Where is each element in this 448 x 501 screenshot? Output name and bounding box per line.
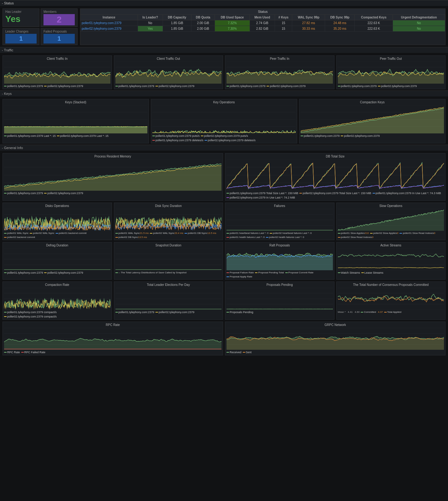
table-row: No: [393, 26, 445, 32]
has-leader-label: Has Leader: [5, 10, 37, 13]
compaction-rate-canvas: [4, 288, 110, 310]
col-db-used-space: DB Used Space: [215, 15, 250, 20]
raft-legend: Proposal Failure Rate Proposal Pending T…: [227, 271, 333, 278]
db-total-size-title: DB Total Size: [227, 155, 444, 158]
db-size-legend: poller01.tylephony.com:2379 Total Size L…: [227, 192, 444, 199]
disk-sync-chart: Disk Sync Duration poller01 WAL fsync21.…: [114, 203, 223, 240]
col-mem-used: Mem Used: [250, 15, 275, 20]
key-operations-canvas: [152, 105, 296, 133]
keys-charts: Keys (Stacked) poller01.tylephony.com:23…: [3, 99, 445, 143]
db-total-size-canvas: [227, 159, 444, 191]
keys-stacked-legend: poller01.tylephony.com:2379 Last *: 15 p…: [4, 134, 147, 137]
col-keys: # Keys: [275, 15, 292, 20]
rpc-legend: RPC Rate RPC Failed Rate: [4, 351, 221, 354]
table-row: 7.32%: [215, 20, 250, 26]
proposals-pending-chart: Proposals Pending Proposals Pending: [225, 281, 334, 320]
general-row3: Defrag Duration poller01.tylephony.com:2…: [3, 242, 445, 280]
snapshot-canvas: [115, 248, 222, 270]
compaction-keys-canvas: [301, 105, 444, 133]
disk-sync-legend: poller01 WAL fsync21.5 ms poller02 WAL f…: [115, 232, 222, 239]
active-streams-title: Active Streams: [338, 244, 444, 247]
peer-traffic-in-title: Peer Traffic In: [227, 57, 333, 60]
slow-ops-title: Slow Operations: [338, 204, 444, 208]
slow-ops-canvas: [338, 209, 444, 231]
consensus-canvas: [338, 288, 444, 310]
members-label: Members: [43, 10, 75, 13]
rpc-rate-chart: RPC Rate RPC Rate RPC Failed Rate: [3, 322, 223, 355]
table-row: poller01.tylephony.com:2379: [80, 20, 138, 26]
elections-legend: poller01.tylephony.com:2379 poller02.tyl…: [115, 311, 222, 314]
status-section-header: - Status: [0, 0, 448, 6]
table-row: 24.48 ms: [325, 20, 355, 26]
process-memory-chart: Process Resident Memory poller01.tylepho…: [3, 153, 223, 201]
active-streams-canvas: [338, 248, 444, 270]
consensus-proposals-chart: The Total Number of Consensus Proposals …: [336, 281, 446, 320]
table-row: 1.85 GiB: [163, 26, 191, 32]
client-traffic-in-canvas: [4, 62, 110, 84]
table-row: poller02.tylephony.com:2379: [80, 26, 138, 32]
col-compacted-keys: Compacted Keys: [355, 15, 393, 20]
rpc-rate-title: RPC Rate: [4, 323, 221, 327]
general-row2: Disks Operations poller01 WAL fsync poll…: [3, 203, 445, 240]
col-db-sync: DB Sync 99p: [325, 15, 355, 20]
table-row: 1.85 GiB: [163, 20, 191, 26]
peer-traffic-in-canvas: [227, 62, 333, 84]
keys-stacked-chart: Keys (Stacked) poller01.tylephony.com:23…: [3, 99, 149, 143]
snapshot-title: Snapshot Duration: [115, 244, 222, 247]
table-row: 30.33 ms: [292, 26, 325, 32]
streams-legend: Watch Streams Lease Streams: [338, 271, 444, 274]
slow-ops-legend: poller01 Slow Applies210 poller02 Slow A…: [338, 232, 444, 239]
leader-elections-chart: Total Leader Elections Per Day poller01.…: [114, 281, 223, 320]
col-wal-sync: WAL Sync 99p: [292, 15, 325, 20]
status-table: Instance Is Leader? DB Capacity DB Quota…: [80, 15, 445, 32]
raft-proposals-chart: Raft Proposals Proposal Failure Rate Pro…: [225, 242, 334, 280]
rpc-rate-canvas: [4, 328, 221, 350]
members-box: Members 2: [41, 8, 78, 27]
col-instance: Instance: [80, 15, 138, 20]
proc-mem-legend: poller01.tylephony.com:2379 poller02.tyl…: [4, 192, 221, 195]
peer-out-legend: poller01.tylephony.com:2379 poller02.tyl…: [338, 85, 444, 88]
key-ops-legend: poller01.tylephony.com:2379 puts/s polle…: [152, 134, 296, 142]
proposals-pending-title: Proposals Pending: [227, 283, 333, 287]
failures-title: Failures: [227, 204, 333, 208]
compaction-keys-title: Compaction Keys: [301, 101, 444, 104]
table-row: No: [138, 20, 163, 26]
table-row: 35.20 ms: [325, 26, 355, 32]
disk-ops-legend: poller01 WAL fsync poller02 WAL fsync po…: [4, 232, 110, 239]
failures-chart: Failures poller01 heartbeat failures Las…: [225, 203, 334, 240]
members-value: 2: [43, 14, 75, 25]
traffic-charts: Client Traffic In poller01.tylephony.com…: [3, 55, 445, 89]
keys-stacked-title: Keys (Stacked): [4, 101, 147, 104]
table-row: Yes: [138, 26, 163, 32]
process-memory-title: Process Resident Memory: [4, 155, 221, 158]
failures-canvas: [227, 209, 333, 231]
failed-proposals-label: Failed Proposals: [43, 30, 75, 33]
process-memory-canvas: [4, 159, 221, 191]
compact-rate-legend: poller01.tylephony.com:2379 compact/s po…: [4, 311, 110, 318]
disk-ops-title: Disks Operations: [4, 204, 110, 208]
leader-elections-canvas: [115, 288, 222, 310]
failures-legend: poller01 heartbeat failures Last *: 0 po…: [227, 232, 333, 239]
general-row1: Process Resident Memory poller01.tylepho…: [3, 153, 445, 201]
compaction-rate-title: Compaction Rate: [4, 283, 110, 287]
leader-changes-label: Leader Changes: [5, 30, 37, 33]
grpc-canvas: [227, 328, 444, 350]
failed-proposals-box: Failed Proposals 1: [41, 28, 78, 45]
col-urgent-defrag: Urgent Defragmentation: [393, 15, 445, 20]
leader-changes-box: Leader Changes 1: [3, 28, 39, 45]
key-operations-title: Key Operations: [152, 101, 296, 104]
table-row: 2.00 GiB: [191, 26, 215, 32]
proposals-pending-canvas: [227, 288, 333, 310]
raft-proposals-canvas: [227, 248, 333, 270]
table-row: 15: [275, 26, 292, 32]
col-is-leader: Is Leader?: [138, 15, 163, 20]
table-row: 15: [275, 20, 292, 26]
table-row: 2.00 GiB: [191, 20, 215, 26]
slow-ops-chart: Slow Operations poller01 Slow Applies210…: [336, 203, 446, 240]
defrag-chart: Defrag Duration poller01.tylephony.com:2…: [3, 242, 112, 280]
table-row: 7.30%: [215, 26, 250, 32]
client-traffic-out-chart: Client Traffic Out poller01.tylephony.co…: [114, 55, 223, 89]
col-db-capacity: DB Capacity: [163, 15, 191, 20]
general-section-header: - General Info: [0, 145, 448, 151]
consensus-legend: Mean * 4.41 4.60 Committed4.37 Total App…: [338, 311, 444, 313]
